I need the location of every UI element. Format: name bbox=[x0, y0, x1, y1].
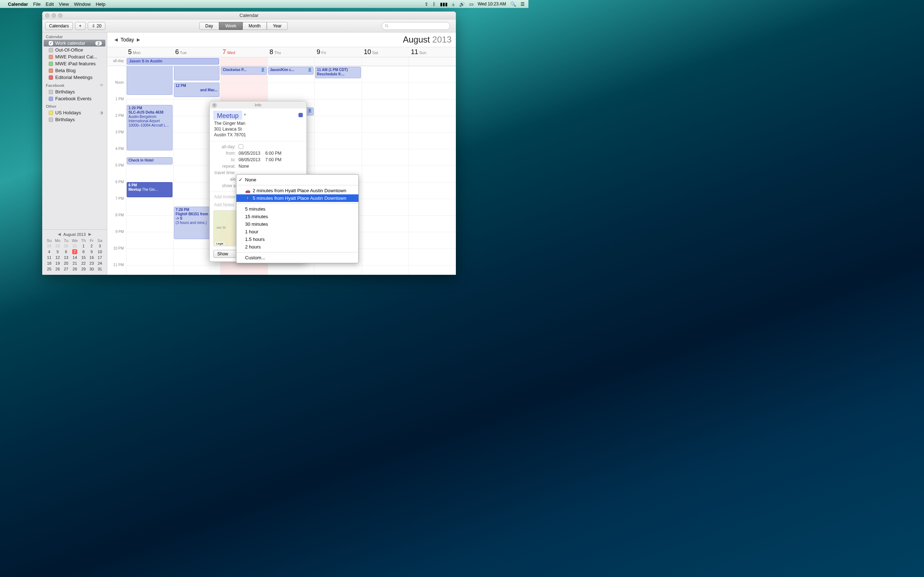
share-button[interactable]: ⇩20 bbox=[88, 22, 105, 30]
calendars-button[interactable]: Calendars bbox=[45, 22, 73, 30]
calendar-work[interactable]: Work calendar 2 bbox=[44, 40, 105, 47]
col-mon[interactable]: 1:20 PMSLC-AUS Delta 4638Austin-Bergstro… bbox=[126, 66, 173, 275]
event-block-tue[interactable] bbox=[174, 66, 220, 81]
calendar-other-birthdays[interactable]: Birthdays bbox=[42, 116, 107, 123]
display-icon[interactable]: ▭ bbox=[469, 2, 473, 7]
bluetooth-icon[interactable]: ᛒ bbox=[433, 2, 436, 7]
next-week[interactable]: ▶ bbox=[134, 37, 143, 42]
dropdown-walk[interactable]: 🚶5 minutes from Hyatt Place Austin Downt… bbox=[236, 194, 359, 202]
spotlight-icon[interactable]: 🔍 bbox=[510, 2, 516, 7]
day-thu[interactable]: 8Thu bbox=[267, 47, 315, 57]
svg-line-1 bbox=[387, 26, 388, 27]
menubar-app[interactable]: Calendar bbox=[8, 2, 28, 7]
dropdown-15m[interactable]: 15 minutes bbox=[236, 213, 359, 220]
col-sat[interactable] bbox=[362, 66, 409, 275]
event-title[interactable]: Meetup bbox=[213, 111, 242, 120]
menu-file[interactable]: File bbox=[33, 2, 41, 7]
menu-edit[interactable]: Edit bbox=[46, 2, 54, 7]
calendar-beta[interactable]: Beta Blog bbox=[42, 67, 107, 74]
menu-window[interactable]: Window bbox=[74, 2, 90, 7]
day-wed[interactable]: 7Wed bbox=[220, 47, 267, 57]
hour-labels: Noon 1 PM 2 PM 3 PM 4 PM 5 PM 6 PM 7 PM … bbox=[107, 66, 126, 275]
menubar-clock[interactable]: Wed 10:23 AM bbox=[478, 2, 506, 6]
dropdown-car[interactable]: 🚗2 minutes from Hyatt Place Austin Downt… bbox=[236, 187, 359, 194]
minical-next[interactable]: ▶ bbox=[89, 232, 91, 237]
sidebar: Calendar Work calendar 2 Out-Of-Office M… bbox=[42, 32, 107, 275]
event-jason-austin[interactable]: Jason S in Austin bbox=[127, 58, 219, 64]
calendar-fb-events[interactable]: Facebook Events bbox=[42, 95, 107, 102]
dropdown-none[interactable]: ✓None bbox=[236, 176, 359, 184]
allday-label: all-day bbox=[107, 57, 126, 66]
dropdown-custom[interactable]: Custom... bbox=[236, 254, 359, 261]
repeat-value[interactable]: None bbox=[239, 164, 249, 169]
calendar-us-holidays[interactable]: US Holidays◑ bbox=[42, 109, 107, 116]
event-slc-aus[interactable]: 1:20 PMSLC-AUS Delta 4638Austin-Bergstro… bbox=[127, 105, 173, 150]
event-meetup[interactable]: 6 PMMeetup The Gin... bbox=[127, 182, 173, 197]
minical-prev[interactable]: ◀ bbox=[58, 232, 61, 237]
notification-icon[interactable]: ☰ bbox=[520, 2, 525, 7]
day-sat[interactable]: 10Sat bbox=[362, 47, 409, 57]
color-dot bbox=[49, 90, 53, 94]
calendar-ooo[interactable]: Out-Of-Office bbox=[42, 47, 107, 53]
allday-checkbox[interactable] bbox=[239, 144, 243, 149]
event-12pm[interactable]: 12 PMand Mac... bbox=[174, 82, 220, 97]
volume-icon[interactable]: 🔊 bbox=[459, 2, 465, 7]
dropbox-icon[interactable]: ⇪ bbox=[425, 2, 428, 7]
day-sun[interactable]: 11Sun bbox=[409, 47, 456, 57]
dropdown-1.5h[interactable]: 1.5 hours bbox=[236, 235, 359, 243]
close-icon[interactable]: × bbox=[212, 103, 217, 108]
window-title: Calendar bbox=[42, 13, 456, 18]
color-dot bbox=[49, 76, 53, 80]
to-time[interactable]: 7:00 PM bbox=[265, 157, 281, 162]
calendar-fb-birthdays[interactable]: Birthdays bbox=[42, 89, 107, 95]
day-headers: 5Mon 6Tue 7Wed 8Thu 9Fri 10Sat 11Sun bbox=[107, 47, 456, 57]
person-icon: 👤 bbox=[261, 68, 265, 72]
color-dot bbox=[49, 48, 53, 52]
dropdown-5m[interactable]: 5 minutes bbox=[236, 205, 359, 213]
event-jason-kim[interactable]: Jason/Kim c...👤 bbox=[268, 67, 314, 75]
checkbox-icon[interactable] bbox=[49, 41, 53, 45]
view-day[interactable]: Day bbox=[199, 22, 219, 30]
event-hotel[interactable]: Check in Hotel bbox=[127, 157, 173, 164]
minical-grid[interactable]: SuMoTuWeThFrSa 28293031123 45678910 1112… bbox=[45, 238, 104, 272]
sidebar-section-calendar: Calendar bbox=[42, 32, 107, 40]
person-icon: 👤 bbox=[307, 68, 312, 72]
wifi-icon[interactable]: ⏚ bbox=[452, 2, 455, 7]
menu-help[interactable]: Help bbox=[96, 2, 105, 7]
dropdown-30m[interactable]: 30 minutes bbox=[236, 220, 359, 228]
color-dot bbox=[49, 118, 53, 122]
day-fri[interactable]: 9Fri bbox=[314, 47, 362, 57]
view-week[interactable]: Week bbox=[219, 22, 242, 30]
event-reschedule[interactable]: 11 AM (1 PM CDT)Reschedule II:... bbox=[315, 67, 361, 78]
today-button[interactable]: Today bbox=[121, 37, 134, 43]
search-icon bbox=[385, 24, 389, 28]
event-block-mon[interactable] bbox=[127, 66, 173, 95]
calendar-ipad[interactable]: MWE iPad features bbox=[42, 60, 107, 67]
event-clockwise[interactable]: Clockwise P...👤 bbox=[221, 67, 267, 75]
day-tue[interactable]: 6Tue bbox=[173, 47, 221, 57]
search-input[interactable] bbox=[381, 22, 450, 30]
sync-icon[interactable]: ⟳ bbox=[100, 83, 103, 88]
menu-view[interactable]: View bbox=[59, 2, 69, 7]
dropdown-1h[interactable]: 1 hour bbox=[236, 228, 359, 235]
chevron-down-icon[interactable]: ▼ bbox=[243, 113, 247, 116]
battery-icon[interactable]: ▮▮▮ bbox=[440, 2, 447, 7]
view-month[interactable]: Month bbox=[242, 22, 267, 30]
from-date[interactable]: 08/05/2013 bbox=[239, 151, 260, 156]
calendar-color-picker[interactable] bbox=[299, 113, 303, 117]
day-mon[interactable]: 5Mon bbox=[126, 47, 173, 57]
calendar-editorial[interactable]: Editorial Meetings bbox=[42, 74, 107, 81]
menubar: Calendar File Edit View Window Help ⇪ ᛒ … bbox=[0, 0, 528, 8]
view-year[interactable]: Year bbox=[267, 22, 288, 30]
travel-time-dropdown: ✓None 🚗2 minutes from Hyatt Place Austin… bbox=[236, 174, 359, 263]
col-sun[interactable] bbox=[409, 66, 456, 275]
toolbar: Calendars + ⇩20 Day Week Month Year bbox=[42, 19, 456, 32]
add-button[interactable]: + bbox=[75, 22, 86, 30]
prev-week[interactable]: ◀ bbox=[111, 37, 121, 42]
event-location[interactable]: The Ginger Man 301 Lavaca St Austin TX 7… bbox=[210, 120, 307, 141]
dropdown-2h[interactable]: 2 hours bbox=[236, 243, 359, 251]
calendar-podcast[interactable]: MWE Podcast Cal... bbox=[42, 53, 107, 60]
to-date[interactable]: 08/05/2013 bbox=[239, 157, 260, 162]
from-time[interactable]: 6:00 PM bbox=[265, 151, 281, 156]
sidebar-section-other: Other bbox=[42, 102, 107, 109]
